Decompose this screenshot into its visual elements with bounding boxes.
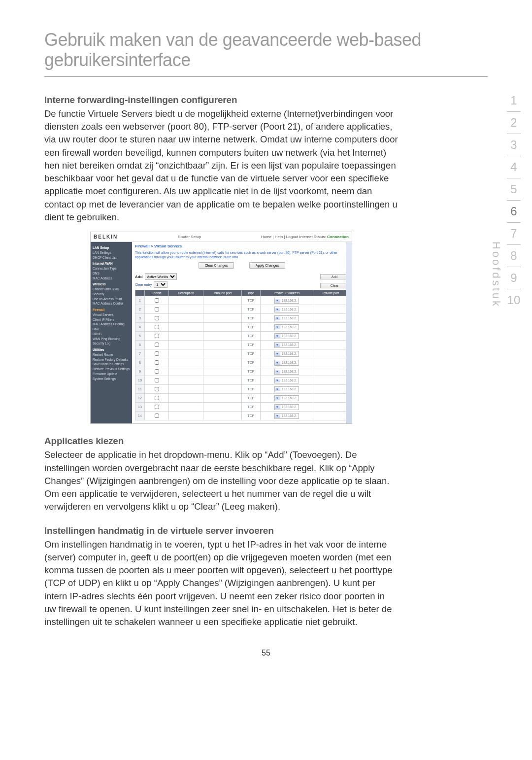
enable-cell[interactable] (145, 349, 169, 358)
enable-checkbox[interactable] (155, 360, 159, 365)
inbound-port-cell[interactable] (203, 394, 242, 403)
enable-cell[interactable] (145, 314, 169, 323)
sidebar-item[interactable]: Use as Access Point (93, 297, 130, 302)
private-port-cell[interactable] (313, 349, 349, 358)
description-cell[interactable] (168, 349, 203, 358)
inbound-port-cell[interactable] (203, 349, 242, 358)
inbound-port-cell[interactable] (203, 412, 242, 420)
description-cell[interactable] (168, 332, 203, 341)
clear-entry-select[interactable]: 1 (154, 281, 167, 288)
private-ip-cell[interactable]: ▾192.168.2. (260, 296, 313, 305)
inbound-port-cell[interactable] (203, 341, 242, 349)
sidebar-item[interactable]: LAN Settings (93, 250, 130, 255)
description-cell[interactable] (168, 323, 203, 332)
private-ip-cell[interactable]: ▾192.168.2. (260, 323, 313, 332)
enable-checkbox[interactable] (155, 316, 159, 320)
private-port-cell[interactable] (313, 367, 349, 376)
inbound-port-cell[interactable] (203, 385, 242, 394)
scrollbar[interactable] (346, 242, 352, 423)
private-port-cell[interactable] (313, 323, 349, 332)
enable-cell[interactable] (145, 367, 169, 376)
enable-checkbox[interactable] (155, 387, 159, 391)
private-port-cell[interactable] (313, 358, 349, 367)
description-cell[interactable] (168, 296, 203, 305)
sidebar-item[interactable]: DMZ (93, 327, 130, 332)
private-port-cell[interactable] (313, 403, 349, 412)
sidebar-item[interactable]: Security (93, 292, 130, 297)
private-ip-cell[interactable]: ▾192.168.2. (260, 341, 313, 349)
private-ip-cell[interactable]: ▾192.168.2. (260, 358, 313, 367)
description-cell[interactable] (168, 358, 203, 367)
inbound-port-cell[interactable] (203, 367, 242, 376)
enable-cell[interactable] (145, 341, 169, 349)
description-cell[interactable] (168, 403, 203, 412)
inbound-port-cell[interactable] (203, 358, 242, 367)
private-ip-cell[interactable]: ▾192.168.2. (260, 412, 313, 420)
enable-cell[interactable] (145, 323, 169, 332)
clear-changes-button[interactable]: Clear Changes (199, 262, 234, 269)
sidebar-item[interactable]: Security Log (93, 341, 130, 346)
private-ip-cell[interactable]: ▾192.168.2. (260, 349, 313, 358)
private-ip-cell[interactable]: ▾192.168.2. (260, 332, 313, 341)
description-cell[interactable] (168, 314, 203, 323)
add-application-select[interactable]: Active Worlds (145, 273, 177, 280)
private-port-cell[interactable] (313, 314, 349, 323)
description-cell[interactable] (168, 412, 203, 420)
enable-checkbox[interactable] (155, 298, 159, 303)
enable-checkbox[interactable] (155, 405, 159, 409)
enable-cell[interactable] (145, 296, 169, 305)
chapter-nav-4[interactable]: 4 (503, 156, 524, 178)
chapter-nav-5[interactable]: 5 (503, 178, 524, 200)
inbound-port-cell[interactable] (203, 323, 242, 332)
inbound-port-cell[interactable] (203, 376, 242, 385)
chapter-nav-6[interactable]: 6 (503, 201, 524, 222)
sidebar-item[interactable]: Firmware Update (93, 372, 130, 377)
enable-checkbox[interactable] (155, 325, 159, 329)
sidebar-item[interactable]: Connection Type (93, 266, 130, 271)
private-ip-cell[interactable]: ▾192.168.2. (260, 376, 313, 385)
sidebar-item[interactable]: DDNS (93, 332, 130, 337)
private-ip-cell[interactable]: ▾192.168.2. (260, 385, 313, 394)
chapter-nav-10[interactable]: 10 (503, 289, 524, 311)
chapter-nav-2[interactable]: 2 (503, 112, 524, 134)
sidebar-item[interactable]: Restore Previous Settings (93, 367, 130, 372)
sidebar-item[interactable]: MAC Address Filtering (93, 322, 130, 327)
sidebar-item[interactable]: DNS (93, 271, 130, 276)
enable-cell[interactable] (145, 332, 169, 341)
private-port-cell[interactable] (313, 412, 349, 420)
private-ip-cell[interactable]: ▾192.168.2. (260, 305, 313, 314)
description-cell[interactable] (168, 305, 203, 314)
sidebar-item[interactable]: Save/Backup Settings (93, 362, 130, 367)
private-ip-cell[interactable]: ▾192.168.2. (260, 367, 313, 376)
enable-checkbox[interactable] (155, 369, 159, 374)
inbound-port-cell[interactable] (203, 403, 242, 412)
sidebar-item[interactable]: WAN Ping Blocking (93, 337, 130, 342)
description-cell[interactable] (168, 394, 203, 403)
sidebar-item[interactable]: DHCP Client List (93, 255, 130, 260)
clear-button[interactable]: Clear (320, 283, 349, 288)
enable-cell[interactable] (145, 305, 169, 314)
inbound-port-cell[interactable] (203, 332, 242, 341)
chapter-nav-1[interactable]: 1 (503, 90, 524, 111)
private-port-cell[interactable] (313, 385, 349, 394)
sidebar-item[interactable]: Client IP Filters (93, 317, 130, 322)
enable-cell[interactable] (145, 394, 169, 403)
enable-cell[interactable] (145, 403, 169, 412)
private-port-cell[interactable] (313, 394, 349, 403)
sidebar-item[interactable]: Channel and SSID (93, 287, 130, 292)
enable-cell[interactable] (145, 412, 169, 420)
chapter-nav-8[interactable]: 8 (503, 245, 524, 267)
sidebar-item[interactable]: Restart Router (93, 352, 130, 357)
description-cell[interactable] (168, 376, 203, 385)
description-cell[interactable] (168, 341, 203, 349)
private-port-cell[interactable] (313, 305, 349, 314)
enable-checkbox[interactable] (155, 307, 159, 311)
inbound-port-cell[interactable] (203, 296, 242, 305)
chapter-nav-3[interactable]: 3 (503, 134, 524, 156)
apply-changes-button[interactable]: Apply Changes (249, 262, 285, 269)
description-cell[interactable] (168, 385, 203, 394)
enable-checkbox[interactable] (155, 343, 159, 347)
enable-cell[interactable] (145, 385, 169, 394)
enable-cell[interactable] (145, 358, 169, 367)
private-port-cell[interactable] (313, 341, 349, 349)
